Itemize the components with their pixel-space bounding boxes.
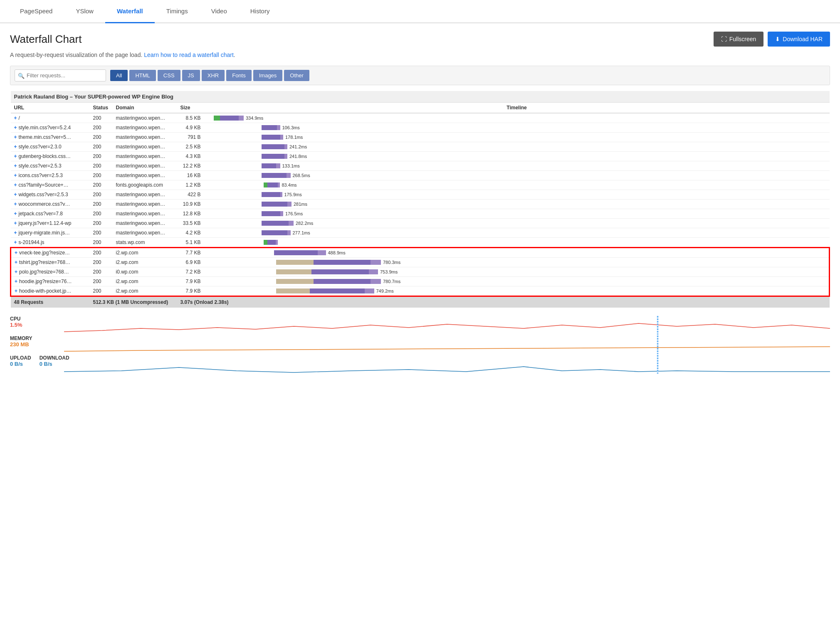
table-row[interactable]: +style.min.css?ver=5.2.4200masteringwoo.… bbox=[11, 123, 830, 133]
table-row[interactable]: +widgets.css?ver=2.5.3200masteringwoo.wp… bbox=[11, 190, 830, 200]
filter-images[interactable]: Images bbox=[253, 70, 283, 81]
filter-other[interactable]: Other bbox=[284, 70, 309, 81]
expand-icon[interactable]: + bbox=[14, 220, 17, 226]
request-url[interactable]: +widgets.css?ver=2.5.3 bbox=[11, 190, 90, 200]
filter-css[interactable]: CSS bbox=[158, 70, 180, 81]
request-url[interactable]: +icons.css?ver=2.5.3 bbox=[11, 171, 90, 180]
tab-waterfall[interactable]: Waterfall bbox=[105, 0, 155, 23]
request-status: 200 bbox=[90, 219, 113, 228]
request-size: 7.9 KB bbox=[177, 286, 204, 296]
filter-html[interactable]: HTML bbox=[129, 70, 156, 81]
expand-icon[interactable]: + bbox=[14, 173, 17, 178]
tab-history[interactable]: History bbox=[239, 0, 282, 23]
table-row[interactable]: +/200masteringwoo.wpen…8.5 KB334.9ms bbox=[11, 113, 830, 123]
request-size: 791 B bbox=[177, 133, 204, 142]
expand-icon[interactable]: + bbox=[15, 269, 17, 275]
request-size: 7.9 KB bbox=[177, 277, 204, 286]
table-row[interactable]: +hoodie-with-pocket.jp…200i2.wp.com7.9 K… bbox=[11, 286, 830, 296]
expand-icon[interactable]: + bbox=[14, 125, 17, 131]
request-domain: masteringwoo.wpen… bbox=[113, 123, 177, 133]
request-size: 4.3 KB bbox=[177, 152, 204, 161]
site-header-row: Patrick Rauland Blog – Your SUPER-powere… bbox=[11, 91, 830, 103]
request-size: 12.2 KB bbox=[177, 161, 204, 171]
expand-icon[interactable]: + bbox=[14, 134, 17, 140]
request-url[interactable]: +polo.jpg?resize=768… bbox=[11, 267, 90, 277]
waterfall-table: Patrick Rauland Blog – Your SUPER-powere… bbox=[10, 91, 830, 308]
column-headers: URL Status Domain Size Timeline bbox=[11, 103, 830, 113]
expand-icon[interactable]: + bbox=[14, 201, 17, 207]
table-row[interactable]: +gutenberg-blocks.css…200masteringwoo.wp… bbox=[11, 152, 830, 161]
table-row[interactable]: +css?family=Source+…200fonts.googleapis.… bbox=[11, 180, 830, 190]
site-name: Patrick Rauland Blog – Your SUPER-powere… bbox=[11, 91, 830, 103]
expand-icon[interactable]: + bbox=[15, 250, 17, 256]
expand-icon[interactable]: + bbox=[14, 144, 17, 150]
request-url[interactable]: +jetpack.css?ver=7.8 bbox=[11, 209, 90, 219]
request-timeline: 753.9ms bbox=[204, 267, 830, 277]
tab-timings[interactable]: Timings bbox=[155, 0, 200, 23]
request-url[interactable]: +css?family=Source+… bbox=[11, 180, 90, 190]
expand-icon[interactable]: + bbox=[15, 259, 17, 265]
table-row[interactable]: +vneck-tee.jpg?resize…200i2.wp.com7.7 KB… bbox=[11, 248, 830, 258]
download-har-button[interactable]: ⬇ Download HAR bbox=[768, 32, 830, 47]
request-url[interactable]: +tshirt.jpg?resize=768… bbox=[11, 258, 90, 267]
table-row[interactable]: +s-201944.js200stats.wp.com5.1 KB bbox=[11, 238, 830, 248]
request-url[interactable]: +/ bbox=[11, 113, 90, 123]
charts-area: CPU 1.5% MEMORY 230 MB bbox=[10, 312, 830, 379]
table-row[interactable]: +hoodie.jpg?resize=76…200i2.wp.com7.9 KB… bbox=[11, 277, 830, 286]
table-row[interactable]: +jetpack.css?ver=7.8200masteringwoo.wpen… bbox=[11, 209, 830, 219]
tab-video[interactable]: Video bbox=[200, 0, 239, 23]
expand-icon[interactable]: + bbox=[14, 153, 17, 159]
expand-icon[interactable]: + bbox=[14, 182, 17, 188]
expand-icon[interactable]: + bbox=[15, 279, 17, 284]
request-url[interactable]: +woocommerce.css?v… bbox=[11, 200, 90, 209]
request-url[interactable]: +jquery.js?ver=1.12.4-wp bbox=[11, 219, 90, 228]
upload-value: 0 B/s bbox=[10, 361, 31, 367]
request-url[interactable]: +style.css?ver=2.5.3 bbox=[11, 161, 90, 171]
expand-icon[interactable]: + bbox=[15, 288, 17, 294]
table-row[interactable]: +theme.min.css?ver=5…200masteringwoo.wpe… bbox=[11, 133, 830, 142]
request-url[interactable]: +jquery-migrate.min.js… bbox=[11, 228, 90, 238]
request-url[interactable]: +gutenberg-blocks.css… bbox=[11, 152, 90, 161]
request-status: 200 bbox=[90, 171, 113, 180]
expand-icon[interactable]: + bbox=[14, 192, 17, 197]
tab-pagespeed[interactable]: PageSpeed bbox=[8, 0, 64, 23]
filter-input[interactable] bbox=[15, 69, 106, 81]
fullscreen-button[interactable]: ⛶ Fullscreen bbox=[714, 32, 764, 47]
request-url[interactable]: +hoodie.jpg?resize=76… bbox=[11, 277, 90, 286]
expand-icon[interactable]: + bbox=[14, 115, 17, 121]
request-size: 6.9 KB bbox=[177, 258, 204, 267]
cpu-label: CPU bbox=[10, 316, 64, 322]
expand-icon[interactable]: + bbox=[14, 239, 17, 245]
request-url[interactable]: +hoodie-with-pocket.jp… bbox=[11, 286, 90, 296]
table-row[interactable]: +style.css?ver=2.3.0200masteringwoo.wpen… bbox=[11, 142, 830, 152]
filter-buttons: All HTML CSS JS XHR Fonts Images Other bbox=[110, 70, 309, 81]
table-row[interactable]: +tshirt.jpg?resize=768…200i2.wp.com6.9 K… bbox=[11, 258, 830, 267]
request-url[interactable]: +style.min.css?ver=5.2.4 bbox=[11, 123, 90, 133]
filter-xhr[interactable]: XHR bbox=[202, 70, 225, 81]
request-url[interactable]: +theme.min.css?ver=5… bbox=[11, 133, 90, 142]
request-status: 200 bbox=[90, 277, 113, 286]
request-status: 200 bbox=[90, 123, 113, 133]
filter-js[interactable]: JS bbox=[182, 70, 200, 81]
filter-fonts[interactable]: Fonts bbox=[226, 70, 252, 81]
request-url[interactable]: +vneck-tee.jpg?resize… bbox=[11, 248, 90, 258]
request-url[interactable]: +s-201944.js bbox=[11, 238, 90, 248]
table-row[interactable]: +style.css?ver=2.5.3200masteringwoo.wpen… bbox=[11, 161, 830, 171]
request-timeline: 241.8ms bbox=[204, 152, 830, 161]
table-row[interactable]: +jquery.js?ver=1.12.4-wp200masteringwoo.… bbox=[11, 219, 830, 228]
learn-link[interactable]: Learn how to read a waterfall chart bbox=[144, 52, 234, 58]
request-url[interactable]: +style.css?ver=2.3.0 bbox=[11, 142, 90, 152]
table-row[interactable]: +icons.css?ver=2.5.3200masteringwoo.wpen… bbox=[11, 171, 830, 180]
page-title: Waterfall Chart bbox=[10, 33, 82, 46]
filter-all[interactable]: All bbox=[110, 70, 128, 81]
table-row[interactable]: +polo.jpg?resize=768…200i0.wp.com7.2 KB7… bbox=[11, 267, 830, 277]
expand-icon[interactable]: + bbox=[14, 230, 17, 236]
request-status: 200 bbox=[90, 180, 113, 190]
table-row[interactable]: +woocommerce.css?v…200masteringwoo.wpen…… bbox=[11, 200, 830, 209]
subtitle: A request-by-request visualization of th… bbox=[10, 52, 830, 58]
expand-icon[interactable]: + bbox=[14, 211, 17, 217]
tab-yslow[interactable]: YSlow bbox=[64, 0, 105, 23]
expand-icon[interactable]: + bbox=[14, 163, 17, 169]
footer-row: 48 Requests 512.3 KB (1 MB Uncompressed)… bbox=[11, 296, 830, 308]
table-row[interactable]: +jquery-migrate.min.js…200masteringwoo.w… bbox=[11, 228, 830, 238]
